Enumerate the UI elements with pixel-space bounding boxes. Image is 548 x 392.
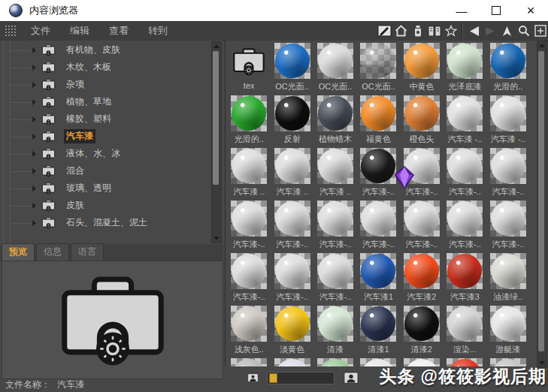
scroll-up-icon[interactable] — [539, 44, 545, 47]
expand-arrow-icon[interactable] — [32, 220, 36, 226]
material-thumbnail[interactable] — [360, 253, 396, 289]
material-thumbnail[interactable] — [231, 95, 267, 131]
material-item-34[interactable]: 油漆绿.. — [488, 253, 528, 306]
tab-0[interactable]: 预览 — [2, 243, 35, 261]
close-button[interactable]: × — [513, 0, 548, 21]
tree-item-2[interactable]: 杂项 — [0, 76, 211, 93]
tree-item-9[interactable]: 皮肤 — [0, 197, 211, 214]
material-item-7[interactable]: 光滑的.. — [229, 95, 269, 148]
expand-arrow-icon[interactable] — [32, 116, 36, 122]
add-icon[interactable] — [532, 23, 548, 39]
material-thumbnail[interactable] — [404, 148, 440, 184]
slider-handle[interactable] — [269, 373, 277, 383]
material-thumbnail[interactable] — [231, 148, 267, 184]
menu-item-2[interactable]: 查看 — [99, 21, 138, 41]
material-item-13[interactable]: 汽车漆 -.. — [488, 95, 528, 148]
material-item-17[interactable]: 汽车漆-.. — [358, 148, 398, 201]
folder-thumbnail[interactable] — [231, 43, 267, 79]
material-item-36[interactable]: 淡黄色 — [271, 306, 312, 358]
expand-arrow-icon[interactable] — [32, 134, 36, 140]
material-item-16[interactable]: 汽车漆 .. — [315, 148, 356, 201]
expand-arrow-icon[interactable] — [32, 65, 36, 71]
material-item-21[interactable]: 汽车漆-.. — [229, 201, 269, 253]
material-item-33[interactable]: 汽车漆3 — [444, 253, 485, 306]
material-item-3[interactable]: OC光面.. — [358, 43, 398, 95]
material-thumbnail[interactable] — [274, 43, 310, 79]
home-icon[interactable] — [393, 23, 409, 39]
material-thumbnail[interactable] — [274, 95, 310, 131]
tab-1[interactable]: 信息 — [36, 243, 69, 261]
material-item-10[interactable]: 福黄色 — [358, 95, 398, 148]
material-thumbnail[interactable] — [231, 306, 267, 342]
material-thumbnail[interactable] — [317, 306, 353, 342]
drag-grip-icon[interactable] — [5, 25, 17, 37]
material-item-23[interactable]: 汽车漆-.. — [315, 201, 356, 253]
material-thumbnail[interactable] — [231, 358, 267, 366]
material-thumbnail[interactable] — [360, 43, 396, 79]
material-item-20[interactable]: 汽车漆-.. — [488, 148, 528, 201]
expand-arrow-icon[interactable] — [32, 82, 36, 88]
grid-scrollbar-thumb[interactable] — [538, 51, 544, 351]
material-item-19[interactable]: 汽车漆-.. — [444, 148, 485, 201]
material-thumbnail[interactable] — [490, 306, 526, 342]
material-thumbnail[interactable] — [447, 43, 483, 79]
material-item-44[interactable] — [315, 358, 356, 366]
edit-icon[interactable] — [377, 23, 392, 39]
menu-item-0[interactable]: 文件 — [21, 21, 60, 41]
material-item-25[interactable]: 汽车漆-.. — [401, 201, 442, 253]
material-thumbnail[interactable] — [317, 358, 353, 366]
material-item-39[interactable]: 清漆2 — [401, 306, 442, 358]
material-item-43[interactable] — [271, 358, 312, 366]
material-thumbnail[interactable] — [360, 148, 396, 184]
material-thumbnail[interactable] — [490, 95, 526, 131]
scroll-down-icon[interactable] — [213, 237, 220, 240]
material-thumbnail[interactable] — [317, 43, 353, 79]
material-thumbnail[interactable] — [447, 253, 483, 289]
material-item-5[interactable]: 光泽底漆 — [444, 43, 485, 95]
catalog-icon[interactable] — [426, 23, 442, 39]
tree-scrollbar[interactable] — [211, 41, 222, 243]
material-thumbnail[interactable] — [317, 148, 353, 184]
expand-arrow-icon[interactable] — [32, 99, 36, 105]
material-thumbnail[interactable] — [447, 306, 483, 342]
material-thumbnail[interactable] — [231, 201, 267, 237]
material-thumbnail[interactable] — [274, 358, 310, 366]
preset-icon[interactable] — [410, 23, 425, 39]
material-thumbnail[interactable] — [274, 148, 310, 184]
material-thumbnail[interactable] — [447, 95, 483, 131]
material-thumbnail[interactable] — [317, 95, 353, 131]
material-thumbnail[interactable] — [317, 253, 353, 289]
up-icon[interactable] — [499, 23, 515, 39]
material-thumbnail[interactable] — [490, 148, 526, 184]
material-item-42[interactable] — [229, 358, 269, 366]
material-item-2[interactable]: OC光面.. — [315, 43, 356, 95]
material-item-28[interactable]: 汽车漆-.. — [229, 253, 269, 306]
material-thumbnail[interactable] — [404, 306, 440, 342]
material-thumbnail[interactable] — [447, 148, 483, 184]
material-item-40[interactable]: 渲染... — [444, 306, 485, 358]
material-thumbnail[interactable] — [490, 253, 526, 289]
material-item-29[interactable]: 汽车漆-.. — [271, 253, 312, 306]
material-thumbnail[interactable] — [231, 253, 267, 289]
menu-item-1[interactable]: 编辑 — [60, 21, 99, 41]
material-item-14[interactable]: 汽车漆 .. — [229, 148, 269, 201]
tree-scrollbar-thumb[interactable] — [213, 51, 219, 185]
tree-item-7[interactable]: 混合 — [0, 162, 211, 179]
material-thumbnail[interactable] — [490, 201, 526, 237]
tree-item-10[interactable]: 石头、混凝土、泥土 — [0, 214, 211, 231]
back-icon[interactable] — [466, 23, 482, 39]
expand-arrow-icon[interactable] — [32, 151, 36, 157]
material-thumbnail[interactable] — [317, 201, 353, 237]
tree-item-0[interactable]: 有机物、皮肤 — [0, 41, 211, 59]
expand-arrow-icon[interactable] — [32, 203, 36, 209]
material-thumbnail[interactable] — [274, 306, 310, 342]
material-item-24[interactable]: 汽车漆-.. — [358, 201, 398, 253]
material-thumbnail[interactable] — [360, 201, 396, 237]
material-item-15[interactable]: 汽车漆 .. — [271, 148, 312, 201]
material-item-4[interactable]: 中黄色 — [401, 43, 442, 95]
material-item-30[interactable]: 汽车漆-.. — [315, 253, 356, 306]
material-item-32[interactable]: 汽车漆2 — [401, 253, 442, 306]
material-item-0[interactable]: tex — [229, 43, 269, 95]
material-thumbnail[interactable] — [404, 43, 440, 79]
material-item-41[interactable]: 游艇漆 — [488, 306, 528, 358]
